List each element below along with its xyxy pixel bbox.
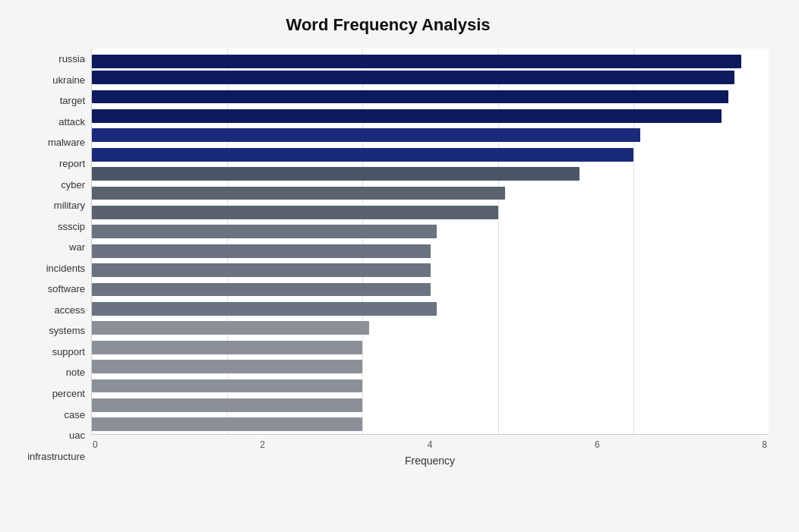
bar (92, 321, 369, 335)
y-label: note (8, 367, 85, 377)
bar-row (92, 280, 769, 299)
chart-container: Word Frequency Analysis russiaukrainetar… (0, 0, 799, 532)
bar-row (92, 376, 769, 395)
bar (92, 90, 728, 104)
bar (92, 379, 362, 393)
y-label: cyber (8, 180, 85, 190)
bar-row (92, 395, 769, 414)
y-label: access (8, 305, 85, 315)
bar (92, 148, 633, 162)
x-tick: 4 (428, 439, 433, 450)
y-label: russia (8, 54, 85, 64)
y-label: uac (8, 430, 85, 440)
chart-area: russiaukrainetargetattackmalwarereportcy… (8, 49, 769, 467)
bar-row (92, 184, 769, 203)
y-label: war (8, 242, 85, 252)
bar (92, 187, 505, 200)
bar (92, 398, 362, 412)
bar-row (92, 260, 769, 279)
bar (92, 55, 741, 68)
bar-row (92, 338, 769, 357)
bar-row (92, 357, 769, 376)
bar-row (92, 145, 769, 164)
y-label: attack (8, 117, 85, 127)
y-label: infrastructure (8, 452, 85, 461)
bar (92, 244, 431, 258)
bar (92, 283, 431, 297)
x-tick: 0 (93, 439, 98, 450)
bar-row (92, 222, 769, 241)
bar (92, 360, 362, 373)
chart-title: Word Frequency Analysis (8, 15, 769, 35)
bar-row (92, 126, 769, 145)
bar-row (92, 203, 769, 222)
y-label: ssscip (8, 222, 85, 231)
y-label: report (8, 159, 85, 168)
bar-row (92, 299, 769, 318)
bar (92, 263, 431, 277)
bar (92, 167, 580, 181)
bar-row (92, 241, 769, 260)
bar (92, 206, 498, 219)
bar (92, 128, 640, 142)
x-tick: 8 (762, 439, 767, 450)
bar-row (92, 319, 769, 338)
bar-row (92, 87, 769, 106)
bar-row (92, 415, 769, 434)
bar (92, 225, 437, 238)
bar-row (92, 106, 769, 125)
y-label: software (8, 284, 85, 294)
bar (92, 71, 734, 84)
y-label: case (8, 410, 85, 420)
x-tick: 2 (260, 439, 265, 450)
y-label: malware (8, 137, 85, 147)
y-label: incidents (8, 263, 85, 273)
bars-and-xaxis: 02468 Frequency (91, 49, 769, 467)
bar (92, 417, 362, 431)
y-label: target (8, 96, 85, 105)
y-labels: russiaukrainetargetattackmalwarereportcy… (8, 49, 91, 467)
bar-row (92, 68, 769, 87)
bar (92, 109, 722, 123)
x-axis-label: Frequency (91, 455, 769, 467)
y-label: percent (8, 389, 85, 398)
bar (92, 341, 362, 354)
bars-section (91, 49, 769, 435)
y-label: ukraine (8, 75, 85, 85)
y-label: systems (8, 326, 85, 335)
x-tick: 6 (595, 439, 600, 450)
bar-row (92, 164, 769, 183)
x-axis: 02468 Frequency (91, 435, 769, 467)
y-label: military (8, 200, 85, 210)
y-label: support (8, 347, 85, 357)
bar (92, 302, 437, 316)
